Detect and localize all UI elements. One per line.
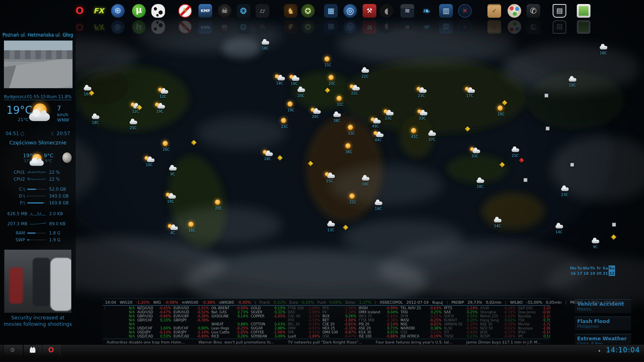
table-cell: KUWAIT bbox=[444, 319, 465, 323]
net-down-graph bbox=[30, 211, 46, 216]
dock-icon-archive[interactable]: ▥ bbox=[439, 4, 453, 18]
table-cell: JSE AFRICA bbox=[400, 335, 429, 339]
dock-icon-feather[interactable]: ❧ bbox=[420, 4, 433, 18]
dock-icon-game-amber[interactable]: ♞ bbox=[284, 4, 297, 18]
table-cell bbox=[173, 323, 194, 327]
weather-marker: 20C bbox=[325, 75, 339, 86]
weather-icon-partly bbox=[142, 156, 156, 162]
dock-icon-clipboard[interactable]: ✓ bbox=[487, 4, 501, 18]
summary-cell: WILBO bbox=[510, 300, 522, 304]
weather-icon-partly bbox=[415, 109, 429, 115]
table-cell: PFTS bbox=[444, 306, 465, 311]
dock-icon-game-green[interactable]: ✪ bbox=[301, 4, 315, 18]
summary-cell: | bbox=[565, 300, 566, 304]
weather-icon-sun bbox=[345, 125, 358, 130]
dock-icon-cow[interactable] bbox=[151, 4, 165, 18]
taskbar-item-settings[interactable]: ⚙ bbox=[3, 345, 22, 355]
table-cell: RICE bbox=[211, 335, 235, 339]
market-table: :N/ANZD/USD-0,45%EUR/USD-1,01%OIL BRENT-… bbox=[103, 306, 550, 339]
net-up-total: 207.3 MB bbox=[4, 221, 30, 226]
net-up-graph bbox=[30, 221, 46, 226]
cpu2-label: CPU2 bbox=[4, 177, 27, 181]
dock-icon-utorrent[interactable]: µ bbox=[132, 4, 146, 18]
temperature-label: 33C bbox=[468, 154, 482, 158]
taskbar-item-opera[interactable]: O bbox=[42, 345, 60, 355]
cloud-icon bbox=[592, 240, 599, 243]
dock-icon-blocked[interactable]: ✕ bbox=[458, 4, 472, 18]
table-cell: -0,61% bbox=[307, 331, 322, 335]
table-cell bbox=[104, 331, 113, 335]
weather-marker: 18C bbox=[597, 44, 610, 55]
dock-icon-utorrent-reflection: µ bbox=[132, 20, 146, 34]
temperature-label: 33C bbox=[345, 132, 358, 136]
weather-marker: 33C bbox=[415, 109, 429, 120]
temperature-label: 9C bbox=[166, 172, 180, 176]
table-cell: -2,16% bbox=[343, 327, 359, 331]
calendar-day-header: Th bbox=[589, 265, 596, 271]
temperature-label: 19C bbox=[287, 82, 301, 86]
table-cell: HEX 25 bbox=[322, 327, 343, 331]
taskbar-item-cat-app[interactable] bbox=[23, 345, 42, 355]
dock-icon-monitor[interactable]: ▦ bbox=[324, 4, 338, 18]
dock-icon-ghost[interactable]: ☠ bbox=[218, 4, 231, 18]
dock-icon-headset[interactable]: ◖ bbox=[380, 4, 393, 18]
table-cell: AUD/USD bbox=[137, 311, 157, 315]
calendar-day-header: Fr bbox=[596, 265, 602, 271]
table-cell: -0,26% bbox=[307, 323, 322, 327]
cloud-icon bbox=[333, 113, 341, 117]
dock-icon-paint[interactable] bbox=[508, 4, 521, 18]
table-cell: 0,25% bbox=[465, 311, 480, 315]
dock-icon-globe[interactable]: ⊕ bbox=[111, 4, 125, 18]
dock-icon-clapperboard[interactable]: ≋ bbox=[400, 4, 414, 18]
sun-icon bbox=[349, 193, 355, 199]
table-cell: COFFEE bbox=[251, 331, 272, 335]
dock-icon-fx[interactable]: FX bbox=[92, 4, 105, 18]
cloud-icon bbox=[170, 226, 178, 230]
taskbar-clock[interactable]: 14:10:04 bbox=[606, 346, 640, 354]
temperature-label: 19C bbox=[372, 207, 385, 211]
calendar-day-header: Mo bbox=[570, 265, 576, 271]
dock-icon-screen-share[interactable] bbox=[577, 4, 590, 18]
table-cell: EUR/USD bbox=[173, 306, 194, 311]
weather-icon-cloud bbox=[358, 68, 372, 73]
table-cell: NSE bbox=[400, 323, 429, 327]
dock-icon-opera[interactable]: O bbox=[73, 4, 87, 18]
dock-icon-phone[interactable]: ✆ bbox=[526, 4, 540, 18]
table-cell: GSE bbox=[400, 331, 429, 335]
summary-cell: Frank bbox=[260, 300, 270, 304]
weather-icon-cloud bbox=[566, 76, 579, 82]
dock-icon-app-swirl[interactable]: ❂ bbox=[237, 4, 250, 18]
weather-header: Bydgoszcz 01:55:15 Illum 11.8% bbox=[4, 94, 72, 100]
calendar-date: 17 bbox=[576, 271, 583, 276]
sun-icon bbox=[336, 96, 342, 101]
weather-icon-cloud bbox=[597, 44, 610, 50]
weather-icon-sun bbox=[342, 143, 356, 149]
table-cell: -0,47% bbox=[157, 311, 173, 315]
dock-icon-no-edit[interactable]: ✎ bbox=[178, 4, 192, 18]
table-cell: -1,01% bbox=[541, 306, 550, 311]
temperature-label: 25C bbox=[323, 179, 336, 183]
dock-icon-kmplayer[interactable]: KMP bbox=[198, 4, 212, 18]
dock-icon-clipboard-reflection: ✓ bbox=[487, 20, 501, 34]
tray-expand-arrow[interactable]: ▴ bbox=[599, 348, 601, 352]
table-cell: Shanghai bbox=[480, 311, 503, 315]
table-cell: -4,38% bbox=[385, 319, 400, 323]
disk-d-label: D:\ bbox=[4, 193, 27, 198]
weather-icon-sun bbox=[346, 193, 360, 199]
dock-icon-toolbox[interactable]: ⚒ bbox=[363, 4, 376, 18]
calendar-day-header: Sa bbox=[602, 265, 609, 271]
dock-icon-wireframe-trash[interactable]: ▤ bbox=[553, 4, 566, 18]
table-cell: -0,25% bbox=[429, 319, 444, 323]
table-cell: OMX S30 bbox=[322, 331, 343, 335]
cloud-icon bbox=[292, 77, 299, 81]
summary-cell: -55,00% bbox=[526, 300, 543, 304]
table-cell: ISE 100 bbox=[359, 335, 385, 339]
temperature-label: 19C bbox=[359, 182, 372, 186]
table-cell: -0,63% bbox=[503, 327, 518, 331]
dock-icon-disc[interactable]: ◎ bbox=[343, 4, 357, 18]
weather-marker: 23C bbox=[558, 186, 572, 197]
summary-cell: | bbox=[375, 300, 376, 304]
alert-title: Vehicle Accident bbox=[577, 301, 629, 307]
alert-title: Flash Flood bbox=[577, 318, 629, 324]
dock-icon-binoculars[interactable]: ⌭ bbox=[256, 4, 269, 18]
